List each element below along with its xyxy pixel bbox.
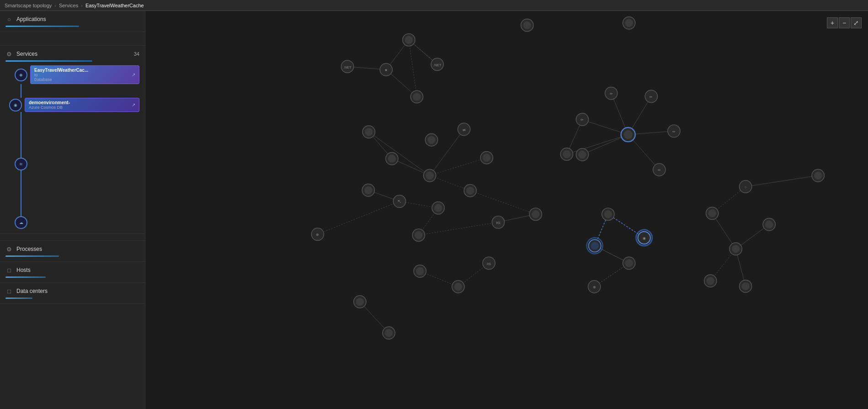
service-node-3-row: ≋ [15,158,139,170]
applications-title: Applications [16,16,139,22]
svg-text:⛏: ⛏ [398,200,401,204]
node-n37[interactable] [560,148,573,160]
services-title: Services [16,51,130,57]
node-n49[interactable] [812,169,824,181]
node-n16[interactable]: IIS [483,257,495,269]
node-n18[interactable] [432,202,444,214]
node-n17[interactable] [529,208,542,220]
node-n13[interactable] [464,185,476,197]
svg-point-107 [578,151,586,159]
node-n40[interactable] [587,238,603,254]
connector-line-2 [21,112,21,158]
svg-text:⇌: ⇌ [463,128,466,132]
node-n4[interactable]: .NET [341,60,353,73]
node-n8[interactable] [424,169,436,181]
node-n20[interactable]: ⊕ [311,228,324,240]
svg-text:✏: ✏ [610,92,613,96]
service-node-2-circle[interactable]: ◉ [9,99,22,112]
node-n14[interactable] [412,229,425,241]
node-n27[interactable]: ✏ [576,113,588,126]
node-n38[interactable] [602,208,614,220]
service-node-1-circle[interactable]: ◈ [15,69,27,81]
svg-text:⊕: ⊕ [316,233,319,237]
sidebar-section-applications: ○ Applications [0,11,145,32]
zoom-out-button[interactable]: − [839,17,850,28]
service-node-4-circle[interactable]: ☁ [15,216,27,229]
breadcrumb-services[interactable]: Services [59,3,78,8]
service-node-4-icon: ☁ [19,220,23,225]
services-bar [5,60,92,62]
node-n25[interactable] [362,184,374,197]
node-n15[interactable]: IIS [492,216,504,228]
svg-point-69 [415,231,423,239]
node-n23[interactable] [414,265,426,277]
service-card-1-sub: to [34,73,129,77]
node-n28[interactable] [621,127,635,142]
datacenters-title: Data centers [16,288,139,294]
node-n6[interactable] [521,19,533,32]
node-n26[interactable] [383,327,395,339]
svg-point-91 [385,329,393,337]
external-link-icon-2[interactable]: ↗ [132,102,135,107]
svg-point-123 [732,245,740,253]
node-n19[interactable] [362,126,375,138]
node-n21[interactable]: ⛏ [393,195,405,207]
connector-line-3 [21,170,21,216]
node-n43[interactable] [706,207,718,219]
node-n30[interactable]: ✏ [645,90,657,102]
node-n48[interactable]: ○ [739,181,751,193]
node-n29[interactable]: ✏ [605,87,618,99]
node-n9[interactable]: ⇌ [458,123,470,135]
node-n7[interactable] [623,17,635,29]
svg-point-61 [388,154,396,163]
service-card-2[interactable]: demoenvironment- Azure Cosmos DB ↗ [25,98,139,112]
svg-point-63 [483,154,491,162]
svg-text:.NET: .NET [433,63,442,67]
node-n36[interactable]: ✏ [653,164,666,176]
service-card-1-name: EasyTravelWeatherCac... [34,68,129,73]
service-node-3-circle[interactable]: ≋ [15,158,27,170]
applications-bar [5,26,79,27]
node-n12[interactable] [480,152,493,164]
processes-bar [5,255,59,257]
service-card-1[interactable]: EasyTravelWeatherCac... to Database ↗ [30,65,139,84]
zoom-fit-button[interactable]: ⤢ [851,17,862,28]
node-n11[interactable] [386,152,398,165]
service-card-1-text: EasyTravelWeatherCac... to Database [34,68,129,82]
node-n3[interactable]: ★ [380,64,392,76]
svg-text:⊕: ⊕ [593,285,596,289]
hosts-header[interactable]: □ Hosts [5,266,139,274]
svg-line-28 [567,135,628,154]
node-n45[interactable] [704,275,717,287]
node-n1[interactable] [403,34,415,46]
node-n41[interactable] [623,257,635,269]
services-tree: ◈ EasyTravelWeatherCac... to Database ↗ [5,65,139,229]
spacer-1 [0,32,145,46]
node-n2[interactable]: .NET [431,58,443,70]
zoom-in-button[interactable]: + [827,17,838,28]
node-n42[interactable]: ⊕ [588,281,601,293]
svg-line-17 [318,202,399,234]
node-n46[interactable] [739,280,751,292]
node-n32[interactable] [576,149,588,161]
services-header[interactable]: ⚙ Services 34 [5,50,139,58]
node-n39[interactable]: ◉ [636,230,652,246]
node-n10[interactable] [425,134,437,146]
node-n35[interactable]: ✏ [668,125,680,137]
svg-text:○: ○ [745,185,747,189]
node-n22[interactable] [354,296,366,308]
node-n24[interactable] [452,281,464,293]
breadcrumb-sep-1: › [54,3,56,8]
external-link-icon-1[interactable]: ↗ [132,72,135,77]
node-n44[interactable] [730,243,742,255]
node-n5[interactable] [410,90,423,103]
processes-icon: ⚙ [5,245,13,253]
node-n47[interactable] [763,218,775,231]
svg-point-41 [405,36,413,44]
datacenters-header[interactable]: □ Data centers [5,287,139,295]
applications-header[interactable]: ○ Applications [5,16,139,23]
topology-canvas[interactable]: + − ⤢ [145,11,868,409]
processes-header[interactable]: ⚙ Processes [5,245,139,253]
svg-text:IIS: IIS [496,221,501,225]
breadcrumb-smartscape[interactable]: Smartscape topology [5,3,52,8]
